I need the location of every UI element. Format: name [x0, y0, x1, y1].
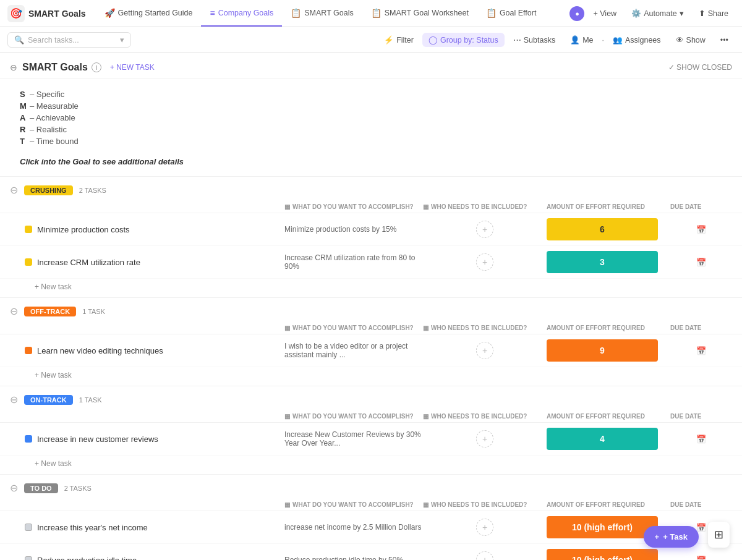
group-badge-on-track[interactable]: ON-TRACK	[24, 395, 73, 405]
company-goals-icon: ≡	[210, 8, 215, 18]
dot-separator: ·	[602, 36, 604, 45]
view-button[interactable]: + View	[587, 6, 623, 21]
col-effort-on-track: AMOUNT OF EFFORT REQUIRED	[547, 413, 670, 420]
effort-cell-off-track-0: 9	[547, 339, 670, 362]
share-icon: ⬆	[699, 9, 706, 18]
task-name-crushing-0: Minimize production costs	[37, 225, 130, 234]
group-task-count-off-track: 1 TASK	[82, 308, 105, 315]
group-header-on-track: ⊖ ON-TRACK 1 TASK	[0, 386, 742, 410]
tab-smart-goal-worksheet[interactable]: 📋 SMART Goal Worksheet	[362, 0, 477, 27]
task-accomplish-crushing-1: Increase CRM utilization rate from 80 to…	[284, 253, 423, 271]
task-dot-to-do-0	[25, 524, 32, 531]
task-row-off-track-0[interactable]: Learn new video editing techniques I wis…	[0, 334, 742, 367]
calendar-icon-to-do-1[interactable]: 📅	[696, 556, 706, 561]
tab-smart-goals[interactable]: 📋 SMART Goals	[282, 0, 362, 27]
avatar-placeholder-crushing-1[interactable]: +	[476, 253, 493, 271]
col-accomplish-icon-off-track: ▦	[284, 325, 290, 331]
search-input[interactable]: Search tasks...	[28, 36, 79, 45]
group-by-button[interactable]: ◯ Group by: Status	[422, 33, 505, 47]
group-badge-to-do[interactable]: TO DO	[24, 483, 58, 493]
info-icon[interactable]: i	[92, 62, 101, 72]
col-headers-to-do: ▦ WHAT DO YOU WANT TO ACCOMPLISH? ▦ WHO …	[0, 499, 742, 511]
grid-view-fab[interactable]: ⊞	[708, 522, 730, 548]
col-accomplish-crushing: ▦ WHAT DO YOU WANT TO ACCOMPLISH?	[284, 203, 423, 210]
section-title: SMART Goals i	[22, 62, 101, 73]
avatar-placeholder-on-track-0[interactable]: +	[476, 430, 493, 448]
calendar-icon-to-do-0[interactable]: 📅	[696, 523, 706, 532]
smart-goal-worksheet-icon: 📋	[371, 8, 382, 18]
tab-company-goals[interactable]: ≡ Company Goals	[201, 0, 282, 27]
share-button[interactable]: ⬆ Share	[693, 6, 735, 21]
effort-cell-crushing-0: 6	[547, 218, 670, 240]
new-task-row-on-track[interactable]: + New task	[0, 456, 742, 474]
due-cell-on-track-0: 📅	[670, 435, 732, 444]
main-content: ⊖ SMART Goals i + NEW TASK ✓ SHOW CLOSED…	[0, 53, 742, 560]
group-collapse-icon-crushing[interactable]: ⊖	[10, 184, 18, 196]
nav-purple-dot[interactable]: ●	[569, 6, 584, 21]
show-button[interactable]: 👁 Show	[670, 33, 712, 47]
calendar-icon-off-track-0[interactable]: 📅	[696, 346, 706, 355]
new-task-row-off-track[interactable]: + New task	[0, 367, 742, 386]
avatar-placeholder-off-track-0[interactable]: +	[476, 342, 493, 359]
assignees-button[interactable]: 👥 Assignees	[607, 33, 667, 47]
smart-s-letter: S	[20, 90, 27, 99]
task-include-off-track-0: +	[423, 342, 547, 359]
me-button[interactable]: 👤 Me	[564, 33, 599, 47]
task-dot-on-track-0	[25, 435, 32, 443]
collapse-icon[interactable]: ⊖	[10, 62, 17, 72]
group-badge-crushing[interactable]: CRUSHING	[24, 185, 73, 195]
task-row-crushing-1[interactable]: Increase CRM utilization rate Increase C…	[0, 246, 742, 279]
subtasks-label: Subtasks	[524, 36, 555, 45]
automate-button[interactable]: ⚙️ Automate ▾	[625, 6, 690, 21]
group-off-track: ⊖ OFF-TRACK 1 TASK ▦ WHAT DO YOU WANT TO…	[0, 297, 742, 386]
calendar-icon-on-track-0[interactable]: 📅	[696, 435, 706, 444]
filter-label: Filter	[396, 36, 414, 45]
getting-started-icon: 🚀	[104, 8, 115, 18]
group-badge-off-track[interactable]: OFF-TRACK	[24, 307, 76, 316]
new-task-button[interactable]: + NEW TASK	[106, 62, 158, 73]
calendar-icon-crushing-1[interactable]: 📅	[696, 258, 706, 267]
col-due-crushing: DUE DATE	[670, 203, 732, 210]
automate-label: Automate	[644, 9, 677, 18]
show-icon: 👁	[676, 36, 684, 45]
smart-r-text: – Realistic	[30, 125, 67, 134]
show-closed-button[interactable]: ✓ SHOW CLOSED	[668, 63, 732, 72]
groups-container: ⊖ CRUSHING 2 TASKS ▦ WHAT DO YOU WANT TO…	[0, 176, 742, 560]
group-collapse-icon-to-do[interactable]: ⊖	[10, 482, 18, 494]
col-accomplish-icon-to-do: ▦	[284, 501, 290, 508]
search-box[interactable]: 🔍 Search tasks... ▾	[7, 32, 131, 48]
task-row-on-track-0[interactable]: Increase in new customer reviews Increas…	[0, 423, 742, 456]
smart-a-text: – Achievable	[30, 113, 75, 122]
more-options-icon: •••	[720, 36, 728, 45]
task-row-to-do-1[interactable]: Reduce production idle time Reduce produ…	[0, 544, 742, 560]
group-collapse-icon-off-track[interactable]: ⊖	[10, 305, 18, 317]
task-row-to-do-0[interactable]: Increase this year's net income increase…	[0, 511, 742, 544]
app-logo[interactable]: 🎯 SMART Goals	[7, 5, 96, 22]
col-accomplish-off-track: ▦ WHAT DO YOU WANT TO ACCOMPLISH?	[284, 325, 423, 331]
task-name-cell-to-do-0: Increase this year's net income	[25, 523, 284, 532]
more-options-button[interactable]: •••	[714, 33, 735, 47]
calendar-icon-crushing-0[interactable]: 📅	[696, 225, 706, 234]
col-effort-to-do: AMOUNT OF EFFORT REQUIRED	[547, 501, 670, 508]
tab-goal-effort[interactable]: 📋 Goal Effort	[477, 0, 545, 27]
new-task-row-crushing[interactable]: + New task	[0, 279, 742, 297]
due-cell-crushing-1: 📅	[670, 258, 732, 267]
col-include-off-track: ▦ WHO NEEDS TO BE INCLUDED?	[423, 325, 547, 331]
filter-button[interactable]: ⚡ Filter	[378, 33, 420, 47]
tab-getting-started[interactable]: 🚀 Getting Started Guide	[96, 0, 202, 27]
group-collapse-icon-on-track[interactable]: ⊖	[10, 394, 18, 405]
assignees-icon: 👥	[613, 35, 623, 45]
smart-t-row: T – Time bound	[20, 135, 722, 147]
avatar-placeholder-to-do-0[interactable]: +	[476, 519, 493, 536]
task-row-crushing-0[interactable]: Minimize production costs Minimize produ…	[0, 213, 742, 246]
search-dropdown-icon[interactable]: ▾	[120, 35, 124, 45]
subtasks-button[interactable]: ⋯ Subtasks	[507, 33, 561, 47]
col-include-crushing: ▦ WHO NEEDS TO BE INCLUDED?	[423, 203, 547, 210]
avatar-placeholder-to-do-1[interactable]: +	[476, 551, 493, 560]
task-dot-to-do-1	[25, 556, 32, 560]
due-cell-off-track-0: 📅	[670, 346, 732, 355]
add-task-fab[interactable]: + + Task	[644, 526, 699, 548]
avatar-placeholder-crushing-0[interactable]: +	[476, 221, 493, 238]
task-name-to-do-1: Reduce production idle time	[37, 556, 137, 561]
task-name-cell-to-do-1: Reduce production idle time	[25, 556, 284, 561]
